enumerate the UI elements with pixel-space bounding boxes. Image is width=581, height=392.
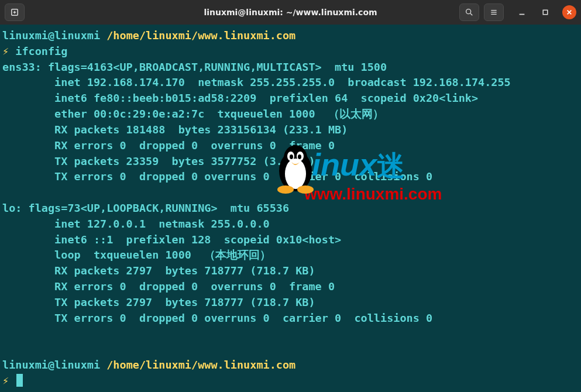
close-icon — [566, 9, 572, 15]
command-line-2: ⚡ — [2, 373, 579, 389]
prompt-line-2: linuxmi@linuxmi /home/linuxmi/www.linuxm… — [2, 357, 579, 373]
new-tab-icon — [9, 7, 20, 18]
menu-button[interactable] — [484, 4, 504, 21]
output-lo-header: lo: flags=73<UP,LOOPBACK,RUNNING> mtu 65… — [2, 201, 579, 216]
output-lo-rx-errors: RX errors 0 dropped 0 overruns 0 frame 0 — [2, 279, 579, 295]
output-ens33-inet6: inet6 fe80::beeb:b015:ad58:2209 prefixle… — [2, 91, 579, 106]
maximize-button[interactable] — [539, 6, 552, 19]
output-ens33-ether: ether 00:0c:29:0e:a2:7c txqueuelen 1000 … — [2, 106, 579, 122]
output-blank-3 — [2, 342, 579, 357]
output-lo-tx-errors: TX errors 0 dropped 0 overruns 0 carrier… — [2, 311, 579, 326]
svg-line-4 — [470, 13, 472, 15]
output-ens33-rx-packets: RX packets 181488 bytes 233156134 (233.1… — [2, 122, 579, 138]
output-ens33-header: ens33: flags=4163<UP,BROADCAST,RUNNING,M… — [2, 60, 579, 75]
close-button[interactable] — [562, 5, 576, 19]
prompt-bolt-icon-2: ⚡ — [2, 374, 9, 387]
output-ens33-rx-errors: RX errors 0 dropped 0 overruns 0 frame 0 — [2, 138, 579, 154]
output-ens33-tx-packets: TX packets 23359 bytes 3577752 (3.5 MB) — [2, 154, 579, 170]
command-text: ifconfig — [15, 45, 67, 57]
output-blank-2 — [2, 326, 579, 342]
output-lo-tx-packets: TX packets 2797 bytes 718777 (718.7 KB) — [2, 295, 579, 311]
output-lo-inet6: inet6 ::1 prefixlen 128 scopeid 0x10<hos… — [2, 232, 579, 248]
search-button[interactable] — [459, 4, 479, 21]
prompt-user-host-2: linuxmi@linuxmi — [2, 359, 100, 371]
window-title: linuxmi@linuxmi: ~/www.linuxmi.com — [204, 8, 377, 17]
output-lo-rx-packets: RX packets 2797 bytes 718777 (718.7 KB) — [2, 263, 579, 279]
hamburger-icon — [489, 8, 499, 17]
terminal-area[interactable]: linuxmi@linuxmi /home/linuxmi/www.linuxm… — [0, 25, 581, 392]
new-tab-button[interactable] — [5, 4, 25, 21]
prompt-path: /home/linuxmi/www.linuxmi.com — [106, 29, 295, 42]
output-ens33-tx-errors: TX errors 0 dropped 0 overruns 0 carrier… — [2, 169, 579, 185]
svg-point-3 — [466, 9, 471, 14]
output-lo-loop: loop txqueuelen 1000 （本地环回） — [2, 247, 579, 263]
prompt-path-2: /home/linuxmi/www.linuxmi.com — [106, 359, 295, 371]
minimize-icon — [518, 8, 526, 16]
search-icon — [465, 8, 474, 17]
prompt-user-host: linuxmi@linuxmi — [2, 29, 100, 42]
output-ens33-inet: inet 192.168.174.170 netmask 255.255.255… — [2, 75, 579, 91]
prompt-line: linuxmi@linuxmi /home/linuxmi/www.linuxm… — [2, 28, 579, 44]
maximize-icon — [542, 9, 549, 16]
output-lo-inet: inet 127.0.0.1 netmask 255.0.0.0 — [2, 216, 579, 232]
output-blank — [2, 185, 579, 201]
minimize-button[interactable] — [515, 6, 528, 19]
terminal-cursor — [16, 374, 23, 387]
prompt-bolt-icon: ⚡ — [2, 45, 9, 57]
svg-rect-9 — [543, 10, 548, 15]
command-line: ⚡ ifconfig — [2, 44, 579, 60]
window-titlebar: linuxmi@linuxmi: ~/www.linuxmi.com — [0, 0, 581, 25]
